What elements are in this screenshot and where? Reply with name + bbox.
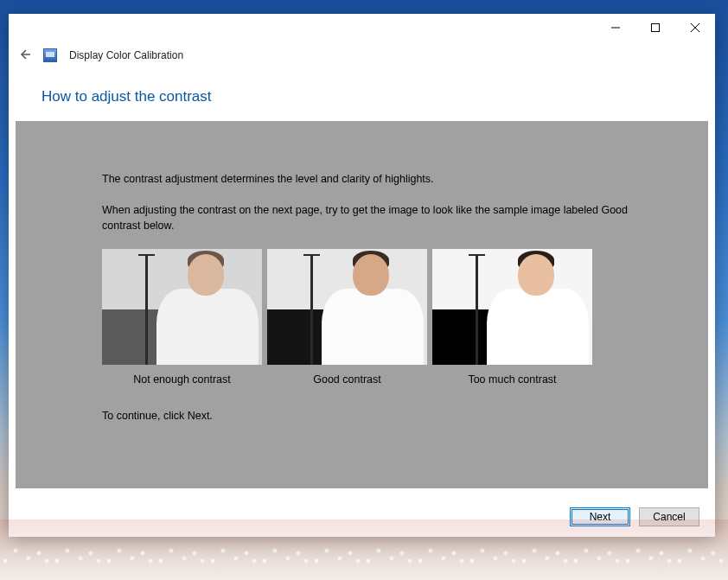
sample-high-contrast: Too much contrast	[432, 249, 592, 386]
sample-good-contrast: Good contrast	[267, 249, 427, 386]
app-monitor-icon	[43, 48, 57, 62]
header-row: Display Color Calibration	[9, 41, 715, 69]
sample-image-high	[432, 249, 592, 365]
body-text: The contrast adjustment determines the l…	[16, 171, 638, 233]
continue-instruction: To continue, click Next.	[16, 386, 708, 422]
sample-caption-high: Too much contrast	[432, 365, 592, 386]
sample-caption-low: Not enough contrast	[102, 365, 262, 386]
sample-image-good	[267, 249, 427, 365]
paragraph-1: The contrast adjustment determines the l…	[102, 171, 638, 187]
close-button[interactable]	[675, 14, 715, 41]
calibration-wizard-window: Display Color Calibration How to adjust …	[9, 14, 715, 537]
sample-caption-good: Good contrast	[267, 365, 427, 386]
sample-low-contrast: Not enough contrast	[102, 249, 262, 386]
maximize-button[interactable]	[635, 14, 675, 41]
next-button[interactable]: Next	[570, 507, 630, 526]
cancel-button[interactable]: Cancel	[639, 507, 699, 526]
sample-image-low	[102, 249, 262, 365]
minimize-button[interactable]	[596, 14, 635, 41]
window-titlebar	[9, 14, 715, 41]
page-heading: How to adjust the contrast	[9, 69, 715, 121]
paragraph-2: When adjusting the contrast on the next …	[102, 202, 638, 233]
desktop-background: Display Color Calibration How to adjust …	[0, 0, 728, 580]
content-panel: The contrast adjustment determines the l…	[16, 121, 708, 488]
sample-row: Not enough contrast Good contrast Too mu…	[16, 249, 708, 386]
svg-rect-0	[652, 24, 660, 32]
back-arrow-icon[interactable]	[17, 48, 31, 64]
app-title: Display Color Calibration	[69, 49, 183, 61]
wizard-footer: Next Cancel	[570, 507, 699, 526]
